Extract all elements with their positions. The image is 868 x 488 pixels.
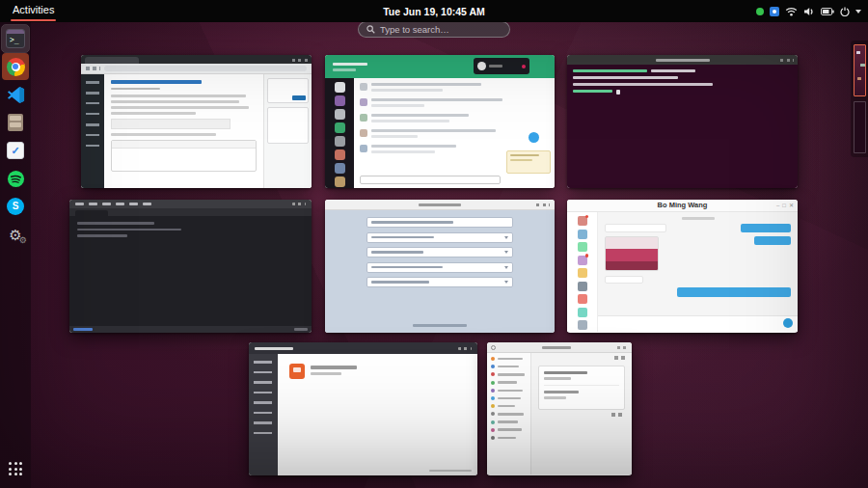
settings-body <box>487 353 632 474</box>
window-thumbnail-chat[interactable]: Bo Ming Wang –□✕ <box>567 200 798 333</box>
dock-item-files[interactable] <box>2 109 29 136</box>
volume-icon <box>803 7 815 16</box>
spotify-icon <box>7 170 25 188</box>
chat-titlebar: Bo Ming Wang –□✕ <box>567 200 798 212</box>
dock-item-terminal[interactable]: >_ <box>2 25 29 52</box>
window-buttons: –□✕ <box>776 203 794 208</box>
files-icon <box>8 114 23 131</box>
editor-tabbar <box>69 208 312 216</box>
window-thumbnail-settings[interactable] <box>487 342 632 475</box>
avatar <box>335 82 345 93</box>
app-subtitle-text <box>311 372 341 375</box>
avatar <box>578 242 587 252</box>
message-bubble <box>605 224 666 232</box>
call-mini-window <box>474 58 529 74</box>
message-list <box>354 78 555 188</box>
avatar <box>578 282 587 291</box>
avatar <box>335 122 345 133</box>
form-field <box>366 232 513 243</box>
app-content <box>278 354 477 475</box>
image-attachment <box>605 236 659 271</box>
power-icon <box>840 7 850 16</box>
form-field <box>366 262 513 273</box>
form-field <box>366 247 513 258</box>
dock-item-todo[interactable]: ✓ <box>2 137 29 164</box>
avatar <box>578 320 587 330</box>
input-method-icon <box>770 7 779 16</box>
app-sidebar <box>249 354 278 475</box>
avatar <box>578 216 587 226</box>
dock-item-skype[interactable]: S <box>2 193 29 220</box>
editor-code-area <box>69 216 312 326</box>
dock-item-vscode[interactable] <box>2 81 29 108</box>
message-area <box>598 212 798 332</box>
window-thumbnail-slack[interactable] <box>325 55 555 188</box>
chrome-icon <box>7 58 25 76</box>
skype-icon: S <box>7 198 24 215</box>
clock[interactable]: Tue Jun 19, 10:45 AM <box>383 6 485 17</box>
gear-icon: ⚙ <box>9 228 21 242</box>
dock-item-chrome[interactable] <box>2 53 29 80</box>
battery-icon <box>821 8 834 15</box>
avatar <box>335 149 345 160</box>
notice-toast <box>506 150 551 174</box>
message-bubble <box>754 236 791 245</box>
window-buttons <box>536 203 550 206</box>
avatar <box>578 256 587 265</box>
window-thumbnail-form[interactable] <box>325 200 555 333</box>
activities-button[interactable]: Activities <box>8 0 59 22</box>
avatar <box>335 109 345 120</box>
window-thumbnail-browser-editor[interactable] <box>81 55 312 188</box>
recording-dot-icon <box>522 65 526 68</box>
workspace-thumbnail-active[interactable] <box>854 44 866 96</box>
admin-sidebar <box>81 74 104 188</box>
conversation-list <box>567 212 598 332</box>
browser-tab <box>85 57 139 64</box>
avatar <box>335 136 345 147</box>
avatar <box>335 163 345 174</box>
caller-avatar <box>477 62 486 70</box>
dock: >_ ✓ S ⚙ <box>0 22 31 488</box>
system-status-area[interactable] <box>756 0 861 22</box>
workspace-thumbnail-inactive[interactable] <box>854 101 866 153</box>
slack-body <box>325 78 555 188</box>
window-buttons <box>617 346 628 349</box>
avatar <box>578 230 587 239</box>
nav-buttons <box>86 67 100 70</box>
timestamp <box>682 217 715 220</box>
avatar <box>578 268 587 278</box>
message-bubble <box>677 287 791 297</box>
terminal-icon: >_ <box>6 29 25 48</box>
publish-box <box>267 78 309 103</box>
header-action-icons <box>614 356 627 360</box>
message-bubble <box>741 224 791 232</box>
show-applications-icon <box>9 462 22 475</box>
window-thumbnail-code-editor[interactable] <box>69 200 312 333</box>
activities-overview: Activities Tue Jun 19, 10:45 AM <box>0 0 868 488</box>
dock-item-spotify[interactable] <box>2 165 29 192</box>
form-field <box>366 277 513 287</box>
workspace-switcher <box>851 41 868 157</box>
browser-toolbar <box>81 64 312 74</box>
window-thumbnail-terminal[interactable] <box>567 55 798 188</box>
workspace-rail <box>325 78 354 188</box>
window-thumbnail-dark-sidebar-app[interactable] <box>249 342 477 475</box>
editor-box <box>111 140 257 172</box>
footer-text <box>413 324 467 327</box>
search-icon <box>491 345 496 350</box>
send-button <box>783 318 793 328</box>
top-panel: Activities Tue Jun 19, 10:45 AM <box>0 0 868 22</box>
search-bar[interactable]: Type to search… <box>358 21 510 38</box>
dialog-body <box>325 210 555 333</box>
editor-menubar <box>69 200 312 208</box>
message-input <box>360 176 501 184</box>
settings-headerbar <box>487 342 632 353</box>
browser-tab-strip <box>81 55 312 64</box>
terminal-titlebar <box>567 55 798 65</box>
dock-item-settings[interactable]: ⚙ <box>2 221 29 248</box>
search-placeholder: Type to search… <box>380 24 449 35</box>
show-applications-button[interactable] <box>2 455 29 482</box>
code-block <box>111 119 231 129</box>
chat-title: Bo Ming Wang <box>658 202 708 209</box>
avatar <box>335 176 345 187</box>
